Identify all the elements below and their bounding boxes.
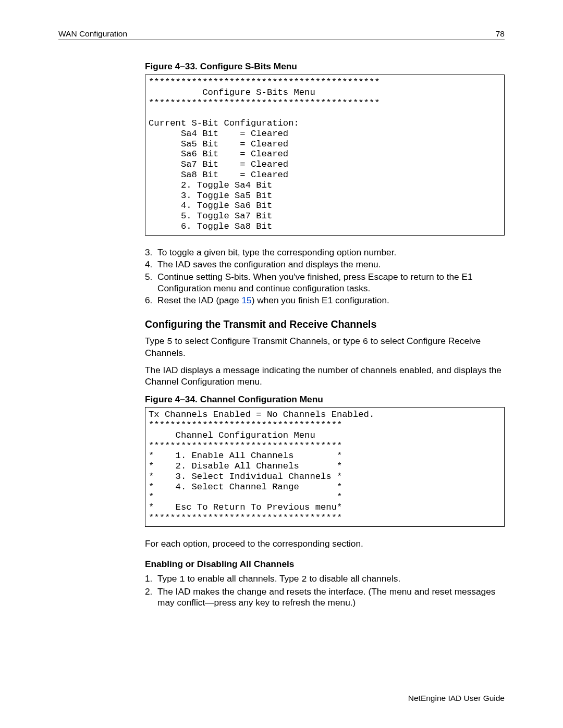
inline-code: 6 bbox=[363, 337, 368, 347]
figure-4-33-caption: Figure 4–33. Configure S-Bits Menu bbox=[145, 61, 505, 72]
page-link[interactable]: 15 bbox=[241, 295, 251, 305]
section2-paragraph-1: Type 5 to select Configure Transmit Chan… bbox=[145, 336, 505, 359]
page: WAN Configuration 78 Figure 4–33. Config… bbox=[0, 0, 563, 728]
step-text: To toggle a given bit, type the correspo… bbox=[157, 247, 505, 258]
page-header: WAN Configuration 78 bbox=[58, 29, 505, 39]
step-number: 4. bbox=[145, 259, 157, 270]
step-text: Type 1 to enable all channels. Type 2 to… bbox=[157, 573, 505, 585]
step-item: 1.Type 1 to enable all channels. Type 2 … bbox=[145, 573, 505, 585]
figure-4-34-caption: Figure 4–34. Channel Configuration Menu bbox=[145, 394, 505, 405]
inline-code: 1 bbox=[179, 574, 185, 584]
step-number: 5. bbox=[145, 272, 157, 294]
subsection-heading-enable-disable: Enabling or Disabling All Channels bbox=[145, 559, 505, 570]
step-text: Reset the IAD (page 15) when you finish … bbox=[157, 295, 505, 306]
figure-4-34-box: Tx Channels Enabled = No Channels Enable… bbox=[145, 407, 505, 527]
footer-guide-title: NetEngine IAD User Guide bbox=[408, 693, 505, 703]
inline-code: 5 bbox=[167, 337, 172, 347]
step-text: The IAD saves the configuration and disp… bbox=[157, 259, 505, 270]
content-column: Figure 4–33. Configure S-Bits Menu *****… bbox=[145, 61, 505, 608]
header-rule bbox=[58, 40, 505, 40]
header-page-number: 78 bbox=[496, 29, 505, 39]
step-item: 4.The IAD saves the configuration and di… bbox=[145, 259, 505, 270]
step-number: 2. bbox=[145, 586, 157, 609]
section2-paragraph-2: The IAD displays a message indicating th… bbox=[145, 365, 505, 387]
step-number: 6. bbox=[145, 295, 157, 306]
step-number: 1. bbox=[145, 573, 157, 585]
inline-code: 2 bbox=[301, 574, 307, 584]
step-text: Continue setting S-bits. When you've fin… bbox=[157, 272, 505, 294]
step-item: 3.To toggle a given bit, type the corres… bbox=[145, 247, 505, 258]
step-item: 2.The IAD makes the change and resets th… bbox=[145, 586, 505, 609]
paragraph-after-fig34: For each option, proceed to the correspo… bbox=[145, 538, 505, 550]
step-item: 6.Reset the IAD (page 15) when you finis… bbox=[145, 295, 505, 306]
step-text: The IAD makes the change and resets the … bbox=[157, 586, 505, 609]
section-heading-transmit-receive: Configuring the Transmit and Receive Cha… bbox=[145, 318, 505, 330]
steps-list-2: 1.Type 1 to enable all channels. Type 2 … bbox=[145, 573, 505, 609]
header-section-title: WAN Configuration bbox=[58, 29, 127, 39]
step-number: 3. bbox=[145, 247, 157, 258]
steps-list-1: 3.To toggle a given bit, type the corres… bbox=[145, 247, 505, 306]
figure-4-33-box: ****************************************… bbox=[145, 75, 505, 236]
step-item: 5.Continue setting S-bits. When you've f… bbox=[145, 272, 505, 294]
